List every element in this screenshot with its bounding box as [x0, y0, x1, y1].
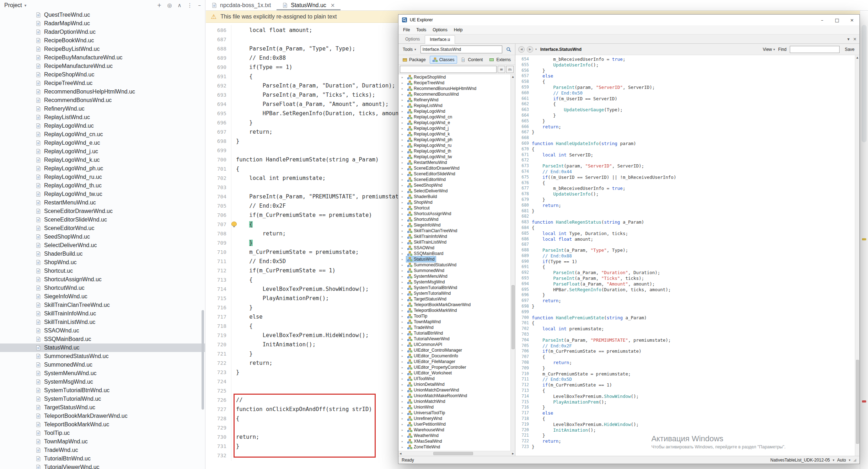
- close-tab-icon[interactable]: ×: [331, 2, 335, 9]
- expand-arrow-icon[interactable]: ▸: [402, 207, 406, 210]
- find-input[interactable]: [790, 46, 840, 53]
- tree-item[interactable]: ▸UniversalToolTip: [398, 410, 510, 416]
- tree-item[interactable]: ▸SummonedStatusWnd: [398, 262, 510, 268]
- file-item[interactable]: ShortcutWnd.uc: [0, 284, 205, 292]
- file-item[interactable]: ReplayLogoWnd_cn.uc: [0, 130, 205, 139]
- file-item[interactable]: ReplayLogoWnd_th.uc: [0, 181, 205, 190]
- tree-item[interactable]: ▸ToolTip: [398, 313, 510, 319]
- file-item[interactable]: TradeWnd.uc: [0, 446, 205, 454]
- tree-item[interactable]: ▸StatusWnd: [398, 256, 510, 262]
- tree-item[interactable]: ▸UnionMatchWnd: [398, 399, 510, 404]
- file-item[interactable]: ToolTip.uc: [0, 429, 205, 437]
- file-item[interactable]: SeedShopWnd.uc: [0, 233, 205, 241]
- menu-options[interactable]: Options: [429, 27, 450, 32]
- filter-input[interactable]: [400, 66, 497, 73]
- expand-arrow-icon[interactable]: ▸: [402, 440, 406, 443]
- expand-arrow-icon[interactable]: ▸: [402, 406, 406, 409]
- tree-item[interactable]: ▸ReplayLogoWnd_tw: [398, 154, 510, 160]
- error-stripe-mark[interactable]: [862, 400, 866, 403]
- file-item[interactable]: SystemMenuWnd.uc: [0, 369, 205, 378]
- expand-arrow-icon[interactable]: ▸: [402, 360, 406, 363]
- expand-arrow-icon[interactable]: ▸: [402, 235, 406, 238]
- file-item[interactable]: RadarOptionWnd.uc: [0, 28, 205, 36]
- tree-item[interactable]: ▸UIEditor_FileManager: [398, 359, 510, 364]
- file-item[interactable]: ReplayLogoWnd_j.uc: [0, 147, 205, 156]
- tree-item[interactable]: ▸Shortcut: [398, 205, 510, 211]
- tree-item[interactable]: ▸SceneEditorDrawerWnd: [398, 165, 510, 171]
- expand-arrow-icon[interactable]: ▸: [402, 76, 406, 79]
- browser-tab-classes[interactable]: Classes: [430, 56, 457, 64]
- search-input[interactable]: [420, 46, 502, 53]
- tree-item[interactable]: ▸ReplayLogoWnd_e: [398, 120, 510, 126]
- expand-arrow-icon[interactable]: ▸: [402, 383, 406, 386]
- maximize-icon[interactable]: □: [830, 15, 845, 25]
- tree-hscrollbar-thumb[interactable]: [433, 452, 473, 455]
- browser-tab-package[interactable]: Package: [400, 56, 429, 64]
- expand-arrow-icon[interactable]: ▸: [402, 87, 406, 90]
- scroll-left-icon[interactable]: ◀: [400, 451, 401, 456]
- file-item[interactable]: SSAOWnd.uc: [0, 326, 205, 335]
- tree-item[interactable]: ▸UIToolWnd: [398, 376, 510, 382]
- tree-item[interactable]: ▸SiegeInfoWnd: [398, 222, 510, 228]
- expand-arrow-icon[interactable]: ▸: [402, 127, 406, 130]
- tab-interface-u[interactable]: Interface.u: [425, 35, 455, 44]
- code-scrollbar-thumb[interactable]: [856, 360, 859, 444]
- expand-arrow-icon[interactable]: ▸: [402, 195, 406, 198]
- expand-arrow-icon[interactable]: ▸: [402, 411, 406, 415]
- expand-arrow-icon[interactable]: ▸: [402, 269, 406, 272]
- file-item[interactable]: RefineryWnd.uc: [0, 105, 205, 113]
- tree-item[interactable]: ▸ReplayLogoWnd_j: [398, 126, 510, 131]
- tree-item[interactable]: ▸ShopWnd: [398, 199, 510, 205]
- expand-arrow-icon[interactable]: ▸: [402, 366, 406, 369]
- expand-arrow-icon[interactable]: ▸: [402, 355, 406, 358]
- expand-arrow-icon[interactable]: ▸: [402, 400, 406, 403]
- close-icon[interactable]: ×: [845, 15, 859, 25]
- expand-arrow-icon[interactable]: ▸: [402, 224, 406, 227]
- expand-arrow-icon[interactable]: ▸: [402, 423, 406, 426]
- tree-item[interactable]: ▸SystemMsgWnd: [398, 279, 510, 285]
- file-item[interactable]: TownMapWnd.uc: [0, 437, 205, 446]
- tree-item[interactable]: ▸ReplayLogoWnd_ru: [398, 143, 510, 148]
- tree-horizontal-scrollbar[interactable]: ◀ ▶: [398, 451, 515, 456]
- tree-item[interactable]: ▸SkillTrainClanTreeWnd: [398, 228, 510, 234]
- expand-arrow-icon[interactable]: ▸: [402, 417, 406, 420]
- file-item[interactable]: Shortcut.uc: [0, 267, 205, 275]
- expand-arrow-icon[interactable]: ▸: [402, 286, 406, 289]
- tree-item[interactable]: ▸SeedShopWnd: [398, 182, 510, 188]
- save-button[interactable]: Save: [843, 46, 857, 53]
- intention-bulb-icon[interactable]: [231, 222, 237, 226]
- expand-arrow-icon[interactable]: ▸: [402, 116, 406, 119]
- tree-item[interactable]: ▸TeleportBookMarkWnd: [398, 308, 510, 313]
- file-item[interactable]: ReplayLogoWnd.uc: [0, 122, 205, 130]
- expand-arrow-icon[interactable]: ▸: [402, 394, 406, 398]
- tree-item[interactable]: ▸TradeWnd: [398, 325, 510, 330]
- expand-arrow-icon[interactable]: ▸: [402, 167, 406, 170]
- expand-arrow-icon[interactable]: ▸: [402, 252, 406, 255]
- expand-arrow-icon[interactable]: ▸: [402, 98, 406, 102]
- tree-item[interactable]: ▸SystemTutorialWnd: [398, 291, 510, 296]
- expand-arrow-icon[interactable]: ▸: [402, 377, 406, 380]
- file-item[interactable]: TargetStatusWnd.uc: [0, 403, 205, 412]
- expand-arrow-icon[interactable]: ▸: [402, 121, 406, 124]
- tree-item[interactable]: ▸UICommonAPI: [398, 342, 510, 347]
- tree-item[interactable]: ▸ShortcutAssignWnd: [398, 211, 510, 217]
- add-icon[interactable]: +: [157, 3, 162, 8]
- file-item[interactable]: SceneEditorWnd.uc: [0, 224, 205, 233]
- expand-arrow-icon[interactable]: ▸: [402, 150, 406, 153]
- tree-item[interactable]: ▸ShaderBuild: [398, 194, 510, 199]
- expand-arrow-icon[interactable]: ▸: [402, 389, 406, 392]
- nav-history-icon[interactable]: ▾: [535, 48, 537, 51]
- expand-arrow-icon[interactable]: ▸: [402, 93, 406, 96]
- encoding-selector[interactable]: Auto: [837, 458, 846, 463]
- tree-item[interactable]: ▸SSAOWnd: [398, 245, 510, 251]
- decompiled-code-view[interactable]: 654 m_bReceivedUserInfo = true;655 Updat…: [515, 55, 855, 456]
- file-item[interactable]: SceneEditorSlideWnd.uc: [0, 215, 205, 224]
- expand-arrow-icon[interactable]: ▸: [402, 326, 406, 329]
- tree-item[interactable]: ▸TutorialViewerWnd: [398, 336, 510, 342]
- file-item[interactable]: SummonedWnd.uc: [0, 361, 205, 369]
- tree-item[interactable]: ▸UnionDetailWnd: [398, 382, 510, 387]
- tree-item[interactable]: ▸SceneEditorSlideWnd: [398, 171, 510, 177]
- tree-item[interactable]: ▸TownMapWnd: [398, 319, 510, 325]
- expand-arrow-icon[interactable]: ▸: [402, 190, 406, 193]
- tree-item[interactable]: ▸RestartMenuWnd: [398, 160, 510, 165]
